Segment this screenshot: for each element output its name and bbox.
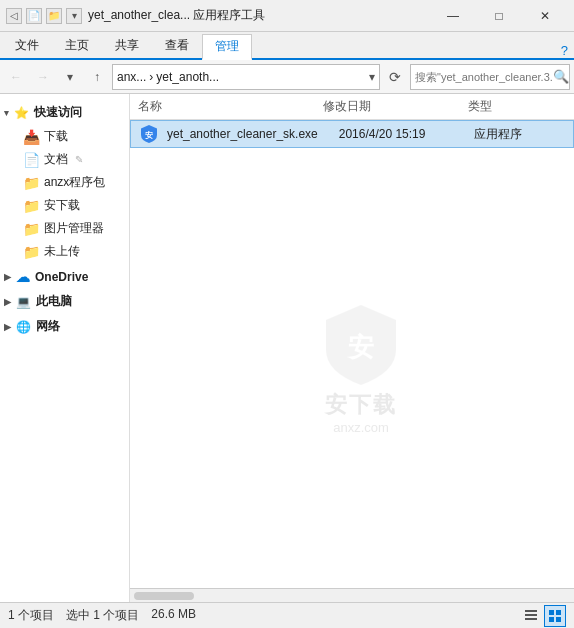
download-label: 下载	[44, 128, 68, 145]
path-part-2: yet_anoth...	[156, 70, 219, 84]
selected-count: 选中 1 个项目	[66, 607, 139, 624]
file-date: 2016/4/20 15:19	[339, 127, 466, 141]
window-controls: — □ ✕	[430, 0, 568, 32]
ribbon-tabs: 文件 主页 共享 查看 管理 ?	[0, 32, 574, 60]
title-icon-down[interactable]: ▾	[66, 8, 82, 24]
quick-access-header[interactable]: ▾ ⭐ 快速访问	[0, 100, 129, 125]
item-count: 1 个项目	[8, 607, 54, 624]
watermark-shield-svg: 安	[316, 300, 406, 390]
tab-home[interactable]: 主页	[52, 32, 102, 58]
onedrive-arrow: ▶	[4, 272, 11, 282]
view-toggle	[520, 605, 566, 627]
search-icon[interactable]: 🔍	[553, 69, 569, 84]
file-list: 安 安下载 anxz.com 安 yet_another_cleaner_sk.…	[130, 120, 574, 588]
docs-icon: 📄	[23, 152, 39, 168]
tab-share[interactable]: 共享	[102, 32, 152, 58]
quick-access-arrow: ▾	[4, 108, 9, 118]
file-type: 应用程序	[474, 126, 565, 143]
anxiazai-icon: 📁	[23, 198, 39, 214]
quick-access-section: ▾ ⭐ 快速访问 📥 下载 📄 文档 ✎ 📁 anzx程序包	[0, 98, 129, 265]
upload-label: 未上传	[44, 243, 80, 260]
sidebar-item-docs[interactable]: 📄 文档 ✎	[0, 148, 129, 171]
computer-label: 此电脑	[36, 293, 72, 310]
svg-rect-2	[525, 610, 537, 612]
exe-shield-icon: 安	[139, 124, 159, 144]
maximize-button[interactable]: □	[476, 0, 522, 32]
details-view-icon	[524, 609, 538, 623]
path-separator-1: ›	[149, 70, 153, 84]
sidebar-item-download[interactable]: 📥 下载	[0, 125, 129, 148]
images-label: 图片管理器	[44, 220, 104, 237]
computer-header[interactable]: ▶ 💻 此电脑	[0, 289, 129, 314]
forward-button[interactable]: →	[31, 65, 55, 89]
quick-access-label: 快速访问	[34, 104, 82, 121]
sidebar-item-images[interactable]: 📁 图片管理器	[0, 217, 129, 240]
address-bar: ← → ▾ ↑ anx... › yet_anoth... ▾ ⟳ 🔍	[0, 60, 574, 94]
column-headers: 名称 修改日期 类型	[130, 94, 574, 120]
svg-rect-5	[549, 610, 554, 615]
watermark-text: 安下载	[325, 390, 397, 420]
title-bar-text: yet_another_clea... 应用程序工具	[88, 7, 430, 24]
svg-rect-3	[525, 614, 537, 616]
network-arrow: ▶	[4, 322, 11, 332]
computer-arrow: ▶	[4, 297, 11, 307]
horizontal-scrollbar[interactable]	[130, 588, 574, 602]
minimize-button[interactable]: —	[430, 0, 476, 32]
path-dropdown[interactable]: ▾	[369, 70, 375, 84]
col-header-date[interactable]: 修改日期	[323, 98, 460, 115]
download-icon: 📥	[23, 129, 39, 145]
file-name: yet_another_cleaner_sk.exe	[167, 127, 331, 141]
title-icon-folder[interactable]: 📁	[46, 8, 62, 24]
tab-view[interactable]: 查看	[152, 32, 202, 58]
onedrive-header[interactable]: ▶ ☁ OneDrive	[0, 265, 129, 289]
address-path[interactable]: anx... › yet_anoth... ▾	[112, 64, 380, 90]
svg-rect-6	[556, 610, 561, 615]
sidebar-item-anxiazai[interactable]: 📁 安下载	[0, 194, 129, 217]
sidebar-item-upload[interactable]: 📁 未上传	[0, 240, 129, 263]
computer-icon: 💻	[16, 295, 31, 309]
main-area: ▾ ⭐ 快速访问 📥 下载 📄 文档 ✎ 📁 anzx程序包	[0, 94, 574, 602]
watermark-url: anxz.com	[333, 420, 389, 435]
large-icons-view-button[interactable]	[544, 605, 566, 627]
help-button[interactable]: ?	[561, 43, 572, 58]
onedrive-label: OneDrive	[35, 270, 88, 284]
status-bar: 1 个项目 选中 1 个项目 26.6 MB	[0, 602, 574, 628]
close-button[interactable]: ✕	[522, 0, 568, 32]
sidebar-item-anzx[interactable]: 📁 anzx程序包	[0, 171, 129, 194]
anxiazai-label: 安下载	[44, 197, 80, 214]
svg-rect-4	[525, 618, 537, 620]
table-row[interactable]: 安 yet_another_cleaner_sk.exe 2016/4/20 1…	[130, 120, 574, 148]
anzx-icon: 📁	[23, 175, 39, 191]
large-icons-view-icon	[548, 609, 562, 623]
tab-manage[interactable]: 管理	[202, 34, 252, 60]
title-bar-icons: ◁ 📄 📁 ▾	[6, 8, 82, 24]
svg-text:安: 安	[144, 130, 153, 140]
search-box[interactable]: 🔍	[410, 64, 570, 90]
tab-file[interactable]: 文件	[2, 32, 52, 58]
anzx-label: anzx程序包	[44, 174, 105, 191]
network-label: 网络	[36, 318, 60, 335]
col-header-name[interactable]: 名称	[138, 98, 315, 115]
path-part-1: anx...	[117, 70, 146, 84]
title-icon-back[interactable]: ◁	[6, 8, 22, 24]
images-icon: 📁	[23, 221, 39, 237]
col-header-type[interactable]: 类型	[468, 98, 566, 115]
file-icon: 安	[139, 124, 159, 144]
search-input[interactable]	[415, 71, 553, 83]
details-view-button[interactable]	[520, 605, 542, 627]
content-area: 名称 修改日期 类型 安 安下载 anxz.com 安	[130, 94, 574, 602]
scroll-thumb[interactable]	[134, 592, 194, 600]
up-button[interactable]: ↑	[85, 65, 109, 89]
svg-text:安: 安	[346, 332, 374, 362]
onedrive-icon: ☁	[16, 269, 30, 285]
refresh-button[interactable]: ⟳	[383, 65, 407, 89]
recent-locations-button[interactable]: ▾	[58, 65, 82, 89]
status-info: 1 个项目 选中 1 个项目 26.6 MB	[8, 607, 508, 624]
sidebar: ▾ ⭐ 快速访问 📥 下载 📄 文档 ✎ 📁 anzx程序包	[0, 94, 130, 602]
back-button[interactable]: ←	[4, 65, 28, 89]
title-icon-doc[interactable]: 📄	[26, 8, 42, 24]
title-bar: ◁ 📄 📁 ▾ yet_another_clea... 应用程序工具 — □ ✕	[0, 0, 574, 32]
upload-icon: 📁	[23, 244, 39, 260]
network-header[interactable]: ▶ 🌐 网络	[0, 314, 129, 339]
svg-rect-8	[556, 617, 561, 622]
